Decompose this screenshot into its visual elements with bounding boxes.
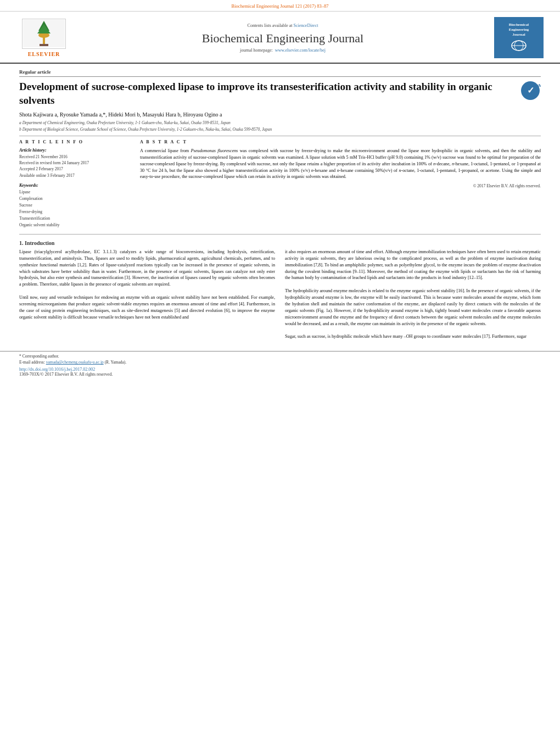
keyword-organic-solvent: Organic solvent stability — [19, 222, 129, 228]
journal-title: Biochemical Engineering Journal — [71, 31, 494, 46]
bej-logo-icon — [511, 40, 527, 52]
article-type-label: Regular article — [19, 69, 541, 77]
online-date: Available online 3 February 2017 — [19, 172, 129, 178]
issn-line: 1369-703X/© 2017 Elsevier B.V. All right… — [19, 372, 541, 377]
keyword-sucrose: Sucrose — [19, 202, 129, 209]
journal-center-header: Contents lists available at ScienceDirec… — [71, 23, 494, 53]
page: Biochemical Engineering Journal 121 (201… — [0, 0, 560, 742]
affiliations: a Department of Chemical Engineering, Os… — [19, 120, 541, 132]
article-history-label: Article history: — [19, 148, 129, 153]
crossmark-icon[interactable]: ✓ CrossMark — [520, 80, 541, 101]
abstract-col: A B S T R A C T A commercial lipase from… — [140, 140, 541, 228]
abstract-text: A commercial lipase from Pseudomonas flu… — [140, 148, 541, 180]
corresponding-author-note: * Corresponding author. — [19, 354, 560, 359]
accepted-date: Accepted 2 February 2017 — [19, 166, 129, 172]
authors-line: Shota Kajiwara a, Ryosuke Yamada a,*, Hi… — [19, 111, 541, 118]
svg-text:CrossMark: CrossMark — [526, 83, 541, 88]
email-link[interactable]: yamada@chemeng.osakafu-u.ac.jp — [46, 360, 104, 365]
journal-brand-logo: Biochemical Engineering Journal — [494, 17, 544, 58]
elsevier-wordmark: ELSEVIER — [28, 51, 60, 57]
journal-homepage: journal homepage: www.elsevier.com/locat… — [71, 48, 494, 53]
abstract-heading: A B S T R A C T — [140, 140, 541, 144]
article-title-row: Development of sucrose-complexed lipase … — [19, 80, 541, 107]
keyword-complexation: Complexation — [19, 196, 129, 202]
journal-citation-bar: Biochemical Engineering Journal 121 (201… — [0, 0, 560, 12]
journal-header: ELSEVIER Contents lists available at Sci… — [0, 12, 560, 64]
intro-right-col: it also requires an enormous amount of t… — [285, 249, 541, 340]
keyword-lipase: Lipase — [19, 189, 129, 196]
keywords-section: Keywords: Lipase Complexation Sucrose Fr… — [19, 183, 129, 228]
section-divider — [19, 234, 541, 235]
article-title: Development of sucrose-complexed lipase … — [19, 80, 514, 107]
species-name: Pseudomonas fluorescens — [191, 148, 238, 153]
bottom-links: http://dx.doi.org/10.1016/j.bej.2017.02.… — [0, 365, 560, 379]
copyright-notice: © 2017 Elsevier B.V. All rights reserved… — [140, 183, 541, 188]
main-content: Regular article Development of sucrose-c… — [0, 64, 560, 345]
elsevier-tree-svg — [23, 20, 65, 47]
keywords-label: Keywords: — [19, 183, 129, 188]
affiliation-b: b Department of Biological Science, Grad… — [19, 126, 541, 132]
sciencedirect-link[interactable]: ScienceDirect — [294, 23, 318, 28]
svg-rect-5 — [40, 44, 48, 46]
footnotes: * Corresponding author. E-mail address: … — [0, 351, 560, 365]
elsevier-logo-image — [22, 19, 66, 49]
article-info-col: A R T I C L E I N F O Article history: R… — [19, 140, 129, 228]
journal-citation: Biochemical Engineering Journal 121 (201… — [232, 3, 329, 9]
keyword-freeze-drying: Freeze-drying — [19, 209, 129, 215]
introduction-body: Lipase (triacylglycerol acylhydrolase, E… — [19, 249, 541, 340]
header-divider — [19, 136, 541, 136]
affiliation-a: a Department of Chemical Engineering, Os… — [19, 120, 541, 126]
introduction-heading: 1. Introduction — [19, 240, 541, 246]
keyword-transesterification: Transesterification — [19, 215, 129, 222]
intro-left-col: Lipase (triacylglycerol acylhydrolase, E… — [19, 249, 275, 340]
revised-date: Received in revised form 24 January 2017 — [19, 160, 129, 166]
article-info-abstract-section: A R T I C L E I N F O Article history: R… — [19, 140, 541, 228]
email-note: E-mail address: yamada@chemeng.osakafu-u… — [19, 360, 560, 365]
article-info-heading: A R T I C L E I N F O — [19, 140, 129, 144]
homepage-url[interactable]: www.elsevier.com/locate/bej — [275, 48, 326, 53]
received-date: Received 21 November 2016 — [19, 154, 129, 160]
contents-available-text: Contents lists available at ScienceDirec… — [71, 23, 494, 28]
elsevier-logo: ELSEVIER — [16, 19, 71, 57]
doi-link: http://dx.doi.org/10.1016/j.bej.2017.02.… — [19, 367, 541, 372]
